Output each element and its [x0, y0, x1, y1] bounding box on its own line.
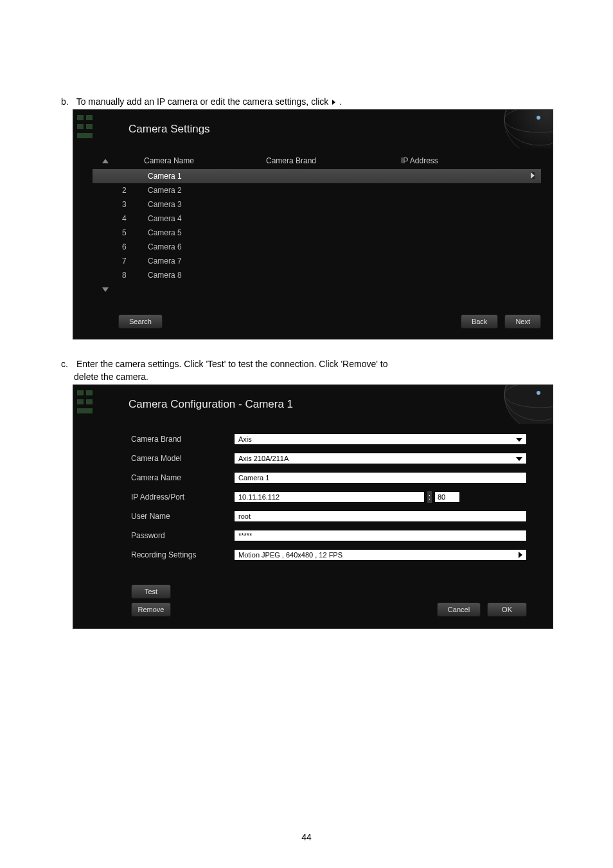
row-name: Camera 1: [148, 172, 270, 181]
port-separator: :: [427, 491, 432, 503]
table-row[interactable]: 8 Camera 8: [93, 268, 541, 282]
row-name: Camera 8: [148, 271, 270, 280]
instruction-c: c. Enter the camera settings. Click 'Tes…: [61, 359, 552, 369]
camera-list: Camera Name Camera Brand IP Address Came…: [73, 149, 553, 308]
label-camera-name: Camera Name: [131, 473, 234, 482]
logo-icon: [73, 385, 118, 424]
panel-title: Camera Configuration - Camera 1: [129, 398, 293, 411]
label-user-name: User Name: [131, 512, 234, 521]
sort-up-icon[interactable]: [102, 159, 109, 163]
table-row[interactable]: 5 Camera 5: [93, 226, 541, 240]
cancel-button[interactable]: Cancel: [437, 602, 481, 617]
header-camera-name: Camera Name: [144, 156, 266, 165]
header-ip-address: IP Address: [401, 156, 491, 165]
instruction-b-text-after: .: [339, 96, 342, 107]
row-index: 5: [118, 228, 148, 237]
instruction-c-letter: c.: [61, 359, 74, 369]
camera-config-panel: Camera Configuration - Camera 1 Camera B…: [73, 384, 553, 629]
svg-rect-3: [77, 124, 84, 129]
row-index: 2: [118, 186, 148, 195]
row-name: Camera 6: [148, 242, 270, 251]
label-recording-settings: Recording Settings: [131, 550, 234, 559]
row-name: Camera 4: [148, 214, 270, 223]
globe-icon: [475, 110, 553, 149]
port-value: 80: [438, 493, 445, 501]
row-index: 8: [118, 271, 148, 280]
user-name-input[interactable]: root: [234, 511, 527, 522]
row-index: 3: [118, 200, 148, 209]
config-footer: Test Remove Cancel OK: [73, 575, 553, 628]
ok-button[interactable]: OK: [487, 602, 527, 617]
label-ip-port: IP Address/Port: [131, 493, 234, 502]
table-row[interactable]: 3 Camera 3: [93, 197, 541, 212]
svg-rect-1: [77, 115, 84, 120]
globe-icon: [475, 385, 553, 424]
svg-point-23: [537, 391, 540, 395]
sort-down-icon[interactable]: [102, 287, 109, 292]
password-input[interactable]: *****: [234, 530, 527, 541]
row-name: Camera 2: [148, 186, 270, 195]
row-name: Camera 3: [148, 200, 270, 209]
instruction-c-line2: delete the camera.: [61, 372, 552, 382]
svg-rect-13: [77, 390, 84, 395]
camera-name-value: Camera 1: [238, 474, 269, 482]
arrow-right-icon: [332, 100, 335, 105]
row-index: 6: [118, 242, 148, 251]
ip-address-value: 10.11.16.112: [238, 493, 280, 501]
recording-settings-value: Motion JPEG , 640x480 , 12 FPS: [238, 551, 342, 559]
svg-rect-14: [86, 390, 93, 395]
camera-model-select[interactable]: Axis 210A/211A: [234, 453, 527, 464]
label-camera-model: Camera Model: [131, 454, 234, 463]
ip-address-input[interactable]: 10.11.16.112: [234, 491, 425, 503]
column-headers: Camera Name Camera Brand IP Address: [93, 152, 541, 169]
user-name-value: root: [238, 512, 251, 520]
logo-icon: [73, 110, 118, 149]
svg-rect-16: [86, 399, 93, 404]
instruction-b-text-before: To manually add an IP camera or edit the…: [76, 96, 332, 107]
camera-name-input[interactable]: Camera 1: [234, 472, 527, 484]
label-camera-brand: Camera Brand: [131, 435, 234, 444]
config-form: Camera Brand Axis Camera Model Axis 210A…: [73, 424, 553, 575]
panel-title: Camera Settings: [129, 123, 210, 136]
svg-rect-4: [86, 124, 93, 129]
table-row[interactable]: 4 Camera 4: [93, 212, 541, 226]
table-row[interactable]: 6 Camera 6: [93, 240, 541, 254]
sort-down-row: [93, 282, 541, 296]
remove-button[interactable]: Remove: [131, 602, 171, 617]
svg-point-11: [537, 116, 540, 120]
camera-model-value: Axis 210A/211A: [238, 455, 289, 462]
camera-brand-value: Axis: [238, 435, 252, 443]
row-name: Camera 7: [148, 257, 270, 266]
camera-settings-panel: Camera Settings: [73, 109, 553, 339]
svg-rect-17: [77, 408, 93, 413]
panel-header: Camera Configuration - Camera 1: [73, 385, 553, 424]
recording-settings-button[interactable]: Motion JPEG , 640x480 , 12 FPS: [234, 549, 527, 561]
label-password: Password: [131, 531, 234, 540]
panel-header: Camera Settings: [73, 110, 553, 149]
instruction-b-letter: b.: [61, 96, 74, 107]
row-index: 4: [118, 214, 148, 223]
header-camera-brand: Camera Brand: [266, 156, 401, 165]
instruction-c-line1: Enter the camera settings. Click 'Test' …: [76, 359, 388, 369]
camera-brand-select[interactable]: Axis: [234, 433, 527, 445]
svg-rect-15: [77, 399, 84, 404]
instruction-b: b. To manually add an IP camera or edit …: [61, 96, 552, 107]
row-name: Camera 5: [148, 228, 270, 237]
svg-rect-5: [77, 133, 93, 138]
panel-footer: Search Back Next: [73, 308, 553, 339]
port-input[interactable]: 80: [434, 491, 460, 503]
page-number: 44: [0, 832, 613, 842]
svg-rect-2: [86, 115, 93, 120]
test-button[interactable]: Test: [131, 584, 171, 599]
table-row[interactable]: 2 Camera 2: [93, 183, 541, 197]
row-index: 7: [118, 257, 148, 266]
password-value: *****: [238, 532, 252, 539]
back-button[interactable]: Back: [461, 314, 498, 329]
next-button[interactable]: Next: [504, 314, 541, 329]
table-row[interactable]: Camera 1: [93, 169, 541, 183]
table-row[interactable]: 7 Camera 7: [93, 254, 541, 268]
search-button[interactable]: Search: [118, 314, 163, 329]
edit-arrow-icon[interactable]: [531, 172, 535, 179]
